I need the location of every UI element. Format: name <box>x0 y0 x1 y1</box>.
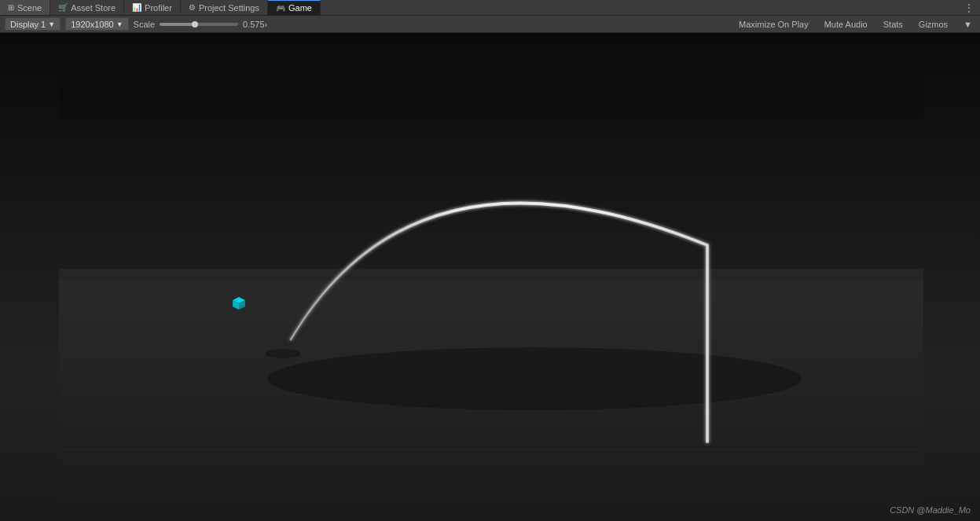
resolution-label: 1920x1080 <box>71 20 113 29</box>
tab-game-label: Game <box>288 3 312 13</box>
display-dropdown[interactable]: Display 1 ▼ <box>5 17 61 31</box>
svg-marker-0 <box>59 69 923 119</box>
tab-project-settings[interactable]: ⚙ Project Settings <box>181 0 268 15</box>
tab-asset-store[interactable]: 🛒 Asset Store <box>50 0 124 15</box>
display-label: Display 1 <box>10 20 46 29</box>
tab-game[interactable]: 🎮 Game <box>268 0 321 15</box>
scale-slider[interactable] <box>160 23 238 26</box>
game-toolbar: Display 1 ▼ 1920x1080 ▼ Scale 0.575› Max… <box>0 16 980 33</box>
asset-store-icon: 🛒 <box>58 3 68 12</box>
tab-more-button[interactable]: ⋮ <box>958 0 980 15</box>
tab-project-settings-label: Project Settings <box>199 3 259 13</box>
stats-button[interactable]: Stats <box>880 20 906 29</box>
tab-bar: ⊞ Scene 🛒 Asset Store 📊 Profiler ⚙ Proje… <box>0 0 980 16</box>
resolution-dropdown[interactable]: 1920x1080 ▼ <box>65 17 128 31</box>
tab-profiler[interactable]: 📊 Profiler <box>124 0 181 15</box>
svg-point-7 <box>267 347 802 410</box>
scale-value: 0.575› <box>243 20 267 29</box>
game-viewport: CSDN @Maddie_Mo <box>0 33 980 521</box>
toolbar-left: Display 1 ▼ 1920x1080 ▼ Scale 0.575› <box>5 17 267 31</box>
scene-icon: ⊞ <box>8 3 14 12</box>
tab-asset-store-label: Asset Store <box>71 3 116 13</box>
resolution-dropdown-arrow: ▼ <box>116 20 123 28</box>
svg-point-8 <box>266 349 300 358</box>
display-dropdown-arrow: ▼ <box>48 20 55 28</box>
scale-fill <box>160 23 195 26</box>
scale-thumb[interactable] <box>192 21 198 28</box>
scale-label: Scale <box>134 20 156 29</box>
tab-scene[interactable]: ⊞ Scene <box>0 0 50 15</box>
gizmos-dropdown-arrow[interactable]: ▼ <box>960 20 975 29</box>
mute-audio-button[interactable]: Mute Audio <box>821 20 871 29</box>
watermark: CSDN @Maddie_Mo <box>890 505 971 515</box>
cyan-cube <box>232 296 246 310</box>
tab-scene-label: Scene <box>17 3 42 13</box>
scene-svg-overlay <box>0 33 980 521</box>
toolbar-right: Maximize On Play Mute Audio Stats Gizmos… <box>736 20 975 29</box>
profiler-icon: 📊 <box>132 3 141 12</box>
tab-profiler-label: Profiler <box>145 3 172 13</box>
gizmos-dropdown[interactable]: Gizmos <box>916 20 951 29</box>
game-icon: 🎮 <box>276 4 285 13</box>
maximize-on-play-button[interactable]: Maximize On Play <box>736 20 812 29</box>
project-settings-icon: ⚙ <box>189 3 196 12</box>
svg-rect-2 <box>59 269 923 281</box>
